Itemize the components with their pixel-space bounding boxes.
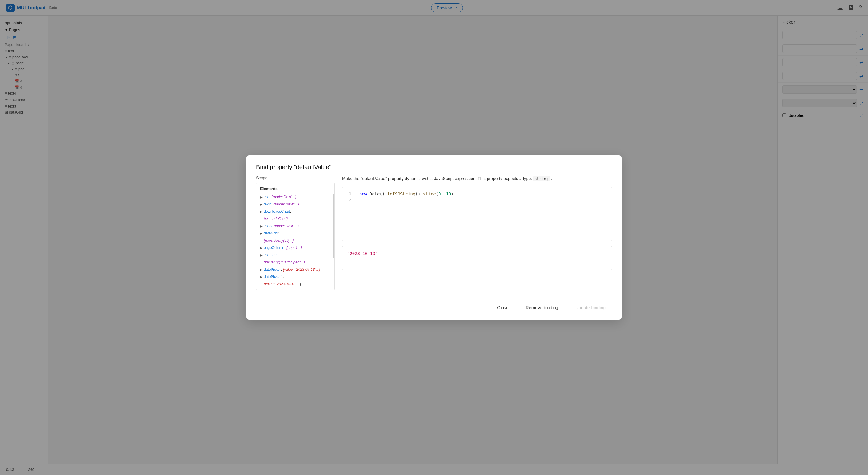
close-button[interactable]: Close: [491, 302, 515, 312]
scope-item-textfield[interactable]: ▶ textField:: [256, 251, 335, 259]
arrow-icon7: ▶: [260, 253, 262, 258]
modal: Bind property "defaultValue" Scope Eleme…: [247, 155, 621, 320]
arrow-icon9: ▶: [260, 275, 262, 279]
code-content: new Date().toISOString().slice(0, 10): [354, 191, 612, 204]
type-hint: string: [533, 176, 550, 181]
scope-item-text4[interactable]: ▶ text4: {mode: "text"...}: [256, 201, 335, 208]
scope-item-value-date[interactable]: {value: "2023-10-13"...}: [256, 280, 335, 287]
arrow-icon2: ▶: [260, 202, 262, 207]
arrow-icon8: ▶: [260, 267, 262, 272]
line-num-2: 2: [345, 197, 351, 203]
scope-panel: Scope Elements ▶ text: {mode: "text"...}…: [256, 175, 335, 291]
remove-binding-button[interactable]: Remove binding: [520, 302, 564, 312]
editor-panel: Make the "defaultValue" property dynamic…: [342, 175, 612, 291]
scope-label: Scope: [256, 175, 335, 180]
modal-title: Bind property "defaultValue": [256, 164, 612, 171]
line-num-1: 1: [345, 191, 351, 197]
description-prefix: Make the "defaultValue" property dynamic…: [342, 176, 532, 181]
output-area: "2023-10-13": [342, 246, 612, 270]
scope-item-datepicker1[interactable]: ▶ datePicker1:: [256, 273, 335, 280]
scope-item-text3[interactable]: ▶ text3: {mode: "text"...}: [256, 223, 335, 230]
code-editor-inner: 1 2 new Date().toISOString().slice(0, 10…: [342, 187, 612, 208]
arrow-icon3: ▶: [260, 209, 262, 214]
code-line-1: new Date().toISOString().slice(0, 10): [359, 191, 607, 197]
description-suffix: .: [551, 176, 552, 181]
modal-header: Bind property "defaultValue": [247, 155, 621, 175]
code-line-2: [359, 197, 607, 204]
scope-item-pagecolumn[interactable]: ▶ pageColumn: {gap: 1...}: [256, 244, 335, 251]
elements-title: Elements: [256, 185, 335, 193]
scope-item-sx[interactable]: {sx: undefined}: [256, 215, 335, 223]
arrow-icon: ▶: [260, 195, 262, 199]
arrow-icon6: ▶: [260, 246, 262, 250]
modal-footer: Close Remove binding Update binding: [247, 298, 621, 320]
arrow-icon4: ▶: [260, 224, 262, 229]
scope-item-rows[interactable]: {rows: Array(59)...}: [256, 237, 335, 244]
modal-body: Scope Elements ▶ text: {mode: "text"...}…: [247, 175, 621, 298]
scope-item-datagrid[interactable]: ▶ dataGrid:: [256, 230, 335, 237]
modal-overlay: Bind property "defaultValue" Scope Eleme…: [0, 0, 868, 475]
scope-item-value-toolpad[interactable]: {value: "@mui/toolpad"...}: [256, 259, 335, 266]
line-numbers: 1 2: [342, 191, 354, 204]
editor-description: Make the "defaultValue" property dynamic…: [342, 175, 612, 182]
code-editor[interactable]: 1 2 new Date().toISOString().slice(0, 10…: [342, 187, 612, 241]
scope-item-datepicker[interactable]: ▶ datePicker: {value: "2023-09-13"...}: [256, 266, 335, 273]
update-binding-button: Update binding: [569, 302, 612, 312]
arrow-icon5: ▶: [260, 231, 262, 236]
scope-scrollbar[interactable]: [333, 194, 334, 258]
scope-item-text[interactable]: ▶ text: {mode: "text"...}: [256, 193, 335, 201]
output-value: "2023-10-13": [347, 251, 378, 256]
scope-item-downloadschart[interactable]: ▶ downloadsChart:: [256, 208, 335, 215]
scope-elements: Elements ▶ text: {mode: "text"...} ▶ tex…: [256, 182, 335, 291]
